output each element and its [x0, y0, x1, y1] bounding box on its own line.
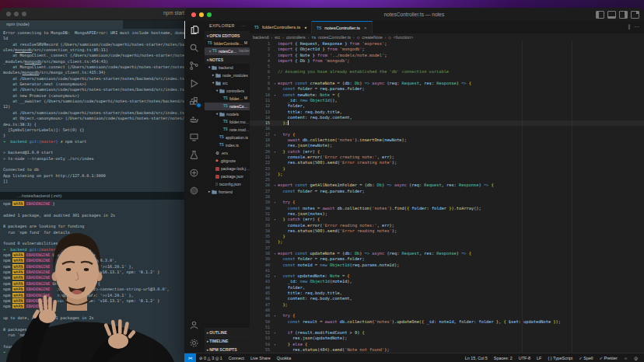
- tab-notesController.ts[interactable]: TSnotesController.ts×: [312, 21, 372, 34]
- workspace-section[interactable]: ▾NOTES: [205, 55, 250, 64]
- status-live-share[interactable]: Live Share: [247, 356, 274, 360]
- breadcrumb-item[interactable]: src: [275, 35, 280, 40]
- code-line-32[interactable]: 32▾ } catch (err) {: [250, 217, 644, 222]
- code-line-50[interactable]: 50 const result = await db.collection('n…: [250, 319, 644, 325]
- settings-icon[interactable]: [184, 334, 204, 352]
- status-quokka[interactable]: Quokka: [274, 356, 295, 360]
- breadcrumb-item[interactable]: createNote: [362, 35, 382, 40]
- code-line-33[interactable]: 33 console.error('Error reading notes:',…: [250, 223, 644, 228]
- code-line-2[interactable]: 2import { ObjectId } from 'mongodb';: [250, 47, 644, 52]
- code-line-25[interactable]: 25: [250, 177, 644, 183]
- extension-a-icon[interactable]: [184, 164, 204, 182]
- tree-item-folder.model.ts[interactable]: TSfolder.model.ts: [205, 118, 250, 126]
- code-line-12[interactable]: 12 folder,: [250, 103, 644, 109]
- code-line-20[interactable]: 20▾ } catch (err) {: [250, 149, 644, 155]
- section-outline[interactable]: ▸OUTLINE: [205, 328, 250, 336]
- customize-layout-icon[interactable]: [631, 11, 639, 19]
- tree-item-tsconfig.json[interactable]: {}tsconfig.json: [205, 180, 250, 188]
- explorer-icon[interactable]: [184, 21, 204, 39]
- accounts-icon[interactable]: [184, 316, 204, 334]
- code-line-15[interactable]: 15 };: [250, 120, 644, 126]
- code-line-14[interactable]: 14 content: req.body.content,: [250, 115, 644, 120]
- code-line-52[interactable]: 52▾ if (result.modifiedCount > 0) {: [250, 330, 644, 336]
- search-icon[interactable]: [184, 39, 204, 57]
- tree-item-models[interactable]: ▾models: [205, 110, 250, 118]
- status-eol[interactable]: LF: [534, 356, 544, 360]
- tree-item-package-lock.json[interactable]: package-lock.json: [205, 165, 250, 172]
- code-line-8[interactable]: 8▾export const createNote = (db: Db) => …: [250, 81, 644, 86]
- tree-item-notesController.ts[interactable]: TSnotesController.ts: [205, 103, 250, 110]
- code-line-39[interactable]: 39 const folder = req.params.folder;: [250, 256, 644, 262]
- code-line-37[interactable]: 37: [250, 245, 644, 251]
- code-line-43[interactable]: 43 _id: new ObjectId(noteId),: [250, 279, 644, 284]
- code-line-16[interactable]: 16: [250, 126, 644, 131]
- status-notifications[interactable]: ◎: [631, 356, 641, 360]
- open-editor-folderControllers.ts[interactable]: TSfolderControllers.tsM: [205, 40, 250, 47]
- vscode-minimize-button[interactable]: [199, 12, 204, 17]
- vscode-zoom-button[interactable]: [207, 12, 212, 17]
- code-line-1[interactable]: 1import { Request, Response } from 'expr…: [250, 41, 644, 47]
- tree-item-.env[interactable]: ⚙.env: [205, 149, 250, 157]
- remote-explorer-icon[interactable]: [184, 128, 204, 146]
- toggle-primary-sidebar-icon[interactable]: [596, 11, 604, 19]
- status-encoding[interactable]: UTF-8: [516, 356, 534, 360]
- source-control-icon[interactable]: [184, 57, 204, 75]
- code-line-5[interactable]: 5: [250, 64, 644, 69]
- tree-item-folderControllers.ts[interactable]: TSfolderControllers.tsM: [205, 95, 250, 103]
- code-line-19[interactable]: 19 res.json(newNote);: [250, 143, 644, 148]
- docker-icon[interactable]: [184, 110, 204, 128]
- open-editors-section[interactable]: ▾OPEN EDITORS: [205, 31, 250, 40]
- code-line-34[interactable]: 34 res.status(500).send('Error reading n…: [250, 228, 644, 234]
- status-cursor-position[interactable]: Ln 15, Col 5: [462, 356, 491, 360]
- code-line-10[interactable]: 10▾ const newNote: Note = {: [250, 92, 644, 98]
- code-line-23[interactable]: 23 }: [250, 166, 644, 172]
- remote-indicator[interactable]: ><: [184, 353, 196, 362]
- code-line-9[interactable]: 9 const folder = req.params.folder;: [250, 86, 644, 92]
- code-line-29[interactable]: 29▾ try {: [250, 200, 644, 205]
- code-line-49[interactable]: 49▾ try {: [250, 313, 644, 318]
- tree-item-frontend[interactable]: ▸frontend: [205, 188, 250, 196]
- code-line-51[interactable]: 51: [250, 325, 644, 330]
- open-editor-notesController.ts[interactable]: ×TSnotesController.tsbackend…: [205, 47, 250, 55]
- close-icon[interactable]: ×: [364, 26, 366, 30]
- status-feedback[interactable]: ☺: [621, 356, 632, 360]
- breadcrumb-item[interactable]: controllers: [286, 35, 306, 40]
- more-actions-icon[interactable]: ⋯: [634, 24, 639, 30]
- code-line-27[interactable]: 27 const folder = req.params.folder;: [250, 189, 644, 194]
- split-editor-icon[interactable]: ⫿: [628, 24, 630, 30]
- code-line-44[interactable]: 44 folder,: [250, 285, 644, 291]
- tree-item-.gitignore[interactable]: ◆.gitignore: [205, 157, 250, 165]
- tree-item-package.json[interactable]: package.json: [205, 172, 250, 180]
- code-line-28[interactable]: 28: [250, 194, 644, 200]
- tree-item-node_modules[interactable]: ▸node_modules: [205, 71, 250, 79]
- breadcrumb-item[interactable]: notesController.ts: [318, 35, 351, 40]
- tree-item-backend[interactable]: ▾backend: [205, 64, 250, 71]
- status-indentation[interactable]: Spaces: 2: [491, 356, 516, 360]
- vscode-window[interactable]: notesController.ts — notes EXPLORER ··· …: [184, 8, 644, 362]
- code-line-7[interactable]: 7: [250, 75, 644, 81]
- tree-item-index.ts[interactable]: TSindex.ts: [205, 141, 250, 149]
- code-line-42[interactable]: 42▾ const updatedNote: Note = {: [250, 273, 644, 279]
- extension-b-icon[interactable]: [184, 182, 204, 200]
- extensions-icon[interactable]: [184, 92, 204, 110]
- testing-icon[interactable]: [184, 146, 204, 164]
- code-line-30[interactable]: 30 const notes = await db.collection('no…: [250, 206, 644, 211]
- breadcrumb-item[interactable]: <function>: [394, 35, 413, 40]
- code-line-35[interactable]: 35 }: [250, 234, 644, 239]
- tree-item-note.model.ts[interactable]: TSnote.model.ts: [205, 126, 250, 134]
- code-line-54[interactable]: 54▾ } else {: [250, 342, 644, 347]
- code-editor[interactable]: 1import { Request, Response } from 'expr…: [250, 41, 644, 353]
- code-line-53[interactable]: 53 res.json(updatedNote);: [250, 336, 644, 341]
- breadcrumb-item[interactable]: backend: [253, 35, 268, 40]
- status-prettier[interactable]: ✓ Prettier: [596, 356, 620, 360]
- code-line-22[interactable]: 22 res.status(500).send('Error creating …: [250, 160, 644, 165]
- code-line-6[interactable]: 6// Assuming you have already establishe…: [250, 69, 644, 75]
- tree-item-application.ts[interactable]: TSapplication.ts: [205, 134, 250, 141]
- terminal-tab[interactable]: npm (node): [0, 20, 123, 29]
- code-line-18[interactable]: 18 await db.collection('notes').insertOn…: [250, 137, 644, 143]
- code-line-45[interactable]: 45 title: req.body.title,: [250, 291, 644, 296]
- code-line-38[interactable]: 38▾export const updateNote = (db: Db) =>…: [250, 251, 644, 256]
- section-timeline[interactable]: ▸TIMELINE: [205, 336, 250, 345]
- code-line-4[interactable]: 4import { Db } from 'mongodb';: [250, 58, 644, 64]
- tab-folderControllers.ts[interactable]: TSfolderControllers.ts●: [250, 21, 312, 33]
